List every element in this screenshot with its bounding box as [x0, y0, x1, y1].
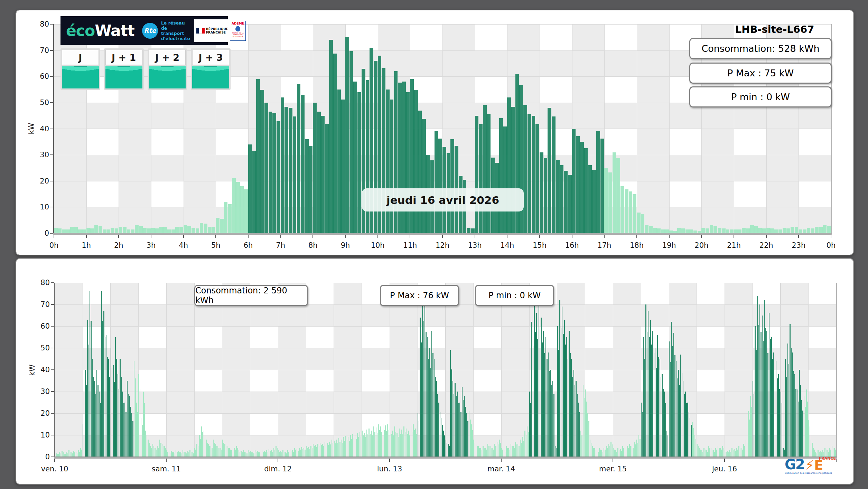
- x-tick-label: lun. 13: [371, 465, 409, 473]
- bar: [600, 450, 601, 457]
- bar: [608, 172, 612, 233]
- bar: [544, 353, 545, 457]
- bar: [680, 355, 681, 457]
- bar: [835, 450, 836, 457]
- bar: [264, 103, 268, 233]
- bar: [289, 108, 292, 233]
- bar: [138, 374, 139, 457]
- bar: [625, 448, 625, 457]
- bar: [348, 437, 348, 457]
- bar: [391, 434, 391, 457]
- bar: [195, 450, 196, 457]
- bar: [345, 436, 346, 457]
- bar: [162, 444, 162, 457]
- week-chart-y-axis-title: kW: [28, 365, 36, 376]
- bar: [301, 447, 302, 457]
- bar: [771, 337, 772, 457]
- bar: [747, 443, 747, 457]
- bar: [708, 446, 709, 457]
- bar: [539, 298, 539, 457]
- bar: [581, 435, 582, 457]
- bar: [513, 446, 514, 457]
- bar: [212, 448, 212, 457]
- bar: [228, 204, 232, 233]
- bar: [183, 450, 183, 457]
- bar: [605, 450, 605, 457]
- y-tick-label: 0: [29, 229, 49, 237]
- bar: [783, 228, 786, 233]
- bar: [240, 452, 240, 457]
- bar: [353, 82, 357, 233]
- bar: [716, 450, 717, 457]
- bar: [411, 426, 411, 457]
- bar: [166, 450, 167, 457]
- bar: [517, 444, 518, 457]
- bar: [163, 227, 167, 233]
- bar: [145, 431, 146, 457]
- bar: [288, 452, 289, 457]
- bar: [560, 165, 564, 233]
- bar: [202, 432, 203, 457]
- bar: [592, 170, 596, 233]
- bar: [553, 394, 554, 457]
- bar: [284, 107, 288, 233]
- bar: [419, 421, 419, 457]
- bar: [390, 100, 394, 233]
- bar: [92, 359, 93, 457]
- bar: [295, 450, 296, 457]
- forecast-tile-j2[interactable]: J + 2: [148, 48, 187, 90]
- bar: [480, 448, 481, 457]
- bar: [492, 448, 493, 457]
- bar: [637, 213, 641, 234]
- bar: [150, 446, 151, 457]
- bar: [236, 182, 240, 233]
- bar: [693, 428, 694, 457]
- bar: [548, 108, 551, 233]
- bar: [642, 412, 643, 457]
- bar: [209, 446, 210, 457]
- bar: [529, 392, 530, 457]
- bar: [754, 394, 754, 457]
- forecast-tile-j3[interactable]: J + 3: [191, 48, 231, 90]
- x-tick: [54, 459, 55, 462]
- bar: [721, 450, 722, 457]
- bar: [599, 448, 600, 457]
- bar: [637, 443, 638, 457]
- french-flag-icon: [196, 28, 205, 34]
- bar: [118, 374, 118, 457]
- bar: [441, 418, 441, 457]
- bar: [572, 129, 576, 234]
- bar: [564, 320, 565, 457]
- y-tick: [51, 326, 54, 327]
- bar: [449, 446, 450, 457]
- bar: [291, 451, 291, 457]
- bar: [164, 446, 165, 457]
- bar: [830, 450, 831, 457]
- bar: [530, 403, 531, 457]
- bar: [88, 345, 89, 457]
- bar: [665, 403, 666, 457]
- bar: [313, 444, 314, 457]
- bar: [536, 313, 537, 457]
- bar: [712, 450, 712, 457]
- x-tick: [475, 235, 475, 238]
- ecowatt-forecast-tiles: J J + 1 J + 2 J + 3: [60, 48, 231, 90]
- forecast-tile-j[interactable]: J: [60, 48, 100, 90]
- bar: [614, 450, 615, 457]
- bar: [565, 345, 566, 457]
- bar: [308, 447, 309, 457]
- bar: [758, 325, 759, 457]
- bar: [507, 448, 508, 457]
- forecast-tile-j1[interactable]: J + 1: [104, 48, 144, 90]
- bar: [342, 443, 343, 457]
- bar: [217, 446, 218, 457]
- bar: [713, 226, 717, 233]
- site-title: LHB-site-L667: [719, 23, 830, 35]
- x-tick: [377, 235, 378, 238]
- bar: [596, 131, 600, 233]
- bar: [586, 402, 587, 457]
- bar: [587, 413, 588, 457]
- y-tick: [50, 181, 53, 181]
- bar: [268, 452, 268, 457]
- bar: [128, 394, 129, 457]
